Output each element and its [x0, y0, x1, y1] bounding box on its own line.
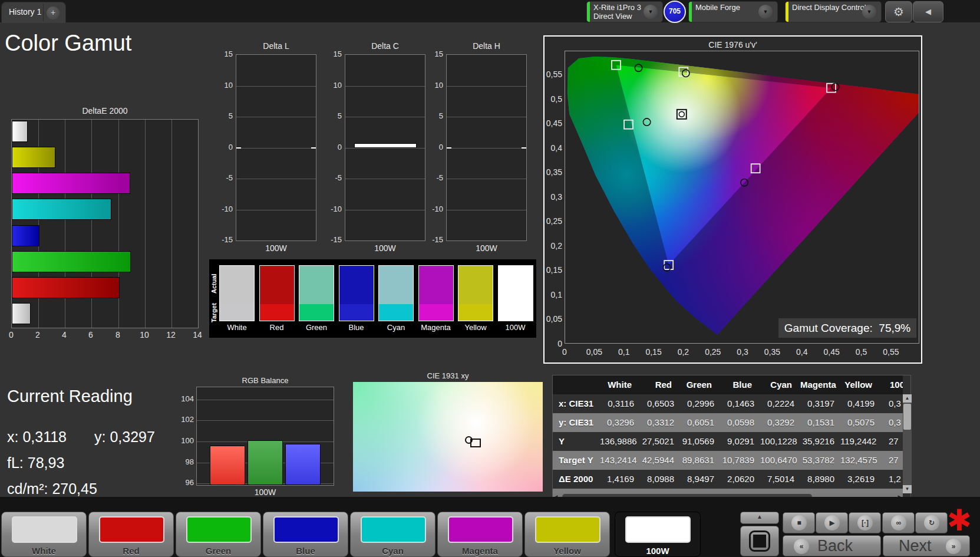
gridline	[447, 210, 526, 210]
tab-history-1[interactable]: History 1 +	[1, 2, 66, 23]
y-tick-label: 0,1	[545, 290, 562, 299]
cell: 0,	[880, 489, 903, 493]
patch-button-label: Yellow	[525, 546, 609, 556]
gridline	[236, 86, 316, 87]
cell: 136,9886	[600, 432, 640, 451]
table-row: ΔE 20001,41698,09888,94972,06207,50148,8…	[553, 470, 903, 489]
gridline	[345, 117, 425, 117]
patch-button-blue[interactable]: Blue	[263, 512, 348, 557]
patch-button-cyan[interactable]: Cyan	[350, 512, 435, 557]
swatch-label: Green	[298, 323, 335, 332]
loop-button[interactable]: ∞	[882, 512, 915, 533]
y-tick-label: 0,3	[545, 192, 562, 202]
y-tick-label: -10	[424, 205, 443, 213]
deltae-bar-cyan	[12, 199, 111, 220]
gridline	[345, 86, 425, 87]
display-control-dropdown[interactable]: Direct Display Control ▼	[785, 1, 882, 22]
gear-icon[interactable]: ⚙	[885, 1, 912, 22]
refresh-button[interactable]: ↻	[915, 512, 948, 533]
chevron-down-icon[interactable]: ▼	[862, 5, 876, 19]
patch-swatch	[12, 516, 77, 543]
gridline	[236, 148, 316, 149]
deltae-bar-magenta	[12, 173, 130, 194]
y-tick-label: 5	[213, 111, 233, 120]
swatch-white	[219, 265, 255, 321]
patch-button-magenta[interactable]: Magenta	[437, 512, 523, 557]
table-vertical-scrollbar[interactable]: ▲ ▼	[903, 394, 912, 493]
back-button[interactable]: «Back	[783, 535, 881, 556]
x-tick-label: 10	[138, 330, 150, 340]
delta_l-chart	[236, 54, 316, 241]
scrollbar-thumb[interactable]	[903, 404, 911, 430]
actual-swatch	[260, 266, 294, 304]
display-name: Direct Display Control	[792, 3, 866, 12]
step-button[interactable]: [·]	[849, 512, 881, 533]
cell: 24,7342	[800, 489, 840, 493]
patch-button-100w[interactable]: 100W	[615, 512, 701, 557]
cell: 0,3296	[600, 413, 640, 432]
gridline	[197, 420, 334, 421]
gridline	[236, 210, 316, 210]
patch-button-label: Red	[89, 546, 173, 556]
target-swatch	[339, 304, 374, 321]
top-bar: History 1 + X-Rite i1Pro 3 Direct View ▼…	[0, 0, 980, 22]
patch-window-up-button[interactable]: ▲	[740, 512, 779, 524]
y-tick-label: -10	[322, 205, 342, 213]
gridline	[145, 120, 146, 328]
patch-button-red[interactable]: Red	[88, 512, 174, 557]
cell: 2,0620	[720, 470, 760, 489]
patch-swatch	[625, 516, 691, 543]
delta-bar-zero	[522, 147, 526, 149]
patch-window-button[interactable]	[740, 526, 779, 556]
cell: 119,2442	[840, 432, 880, 451]
x-tick-label: 0,1	[613, 347, 635, 357]
meter-badge[interactable]: 705	[664, 1, 686, 23]
next-button[interactable]: Next»	[883, 535, 970, 556]
new-tab-button[interactable]: +	[47, 6, 60, 19]
cell: 100,6470	[760, 451, 800, 470]
gridline	[447, 117, 526, 117]
x-tick-label: 0,45	[821, 347, 842, 357]
actual-swatch	[339, 266, 374, 304]
deltae-bar-yellow	[12, 147, 55, 168]
table-row: Target Y143,241442,594489,863110,7839100…	[553, 451, 903, 470]
y-tick-label: 15	[322, 50, 342, 58]
cell: 0,6051	[680, 413, 720, 432]
cell: 0,3197	[800, 394, 840, 413]
patch-button-white[interactable]: White	[1, 512, 87, 557]
actual-swatch	[220, 266, 254, 304]
x-tick-label: 12	[165, 330, 177, 340]
back-chevrons-icon: «	[794, 539, 809, 554]
patch-button-green[interactable]: Green	[176, 512, 261, 557]
stop-button[interactable]: ■	[783, 512, 815, 533]
x-tick-label: 4	[58, 330, 70, 340]
chevron-down-icon[interactable]: ▼	[758, 5, 773, 19]
delta_l-title: Delta L	[236, 41, 316, 51]
cie1976-panel: CIE 1976 u'v'	[543, 35, 922, 364]
deltae-bar-white	[12, 303, 31, 324]
reading-x: x: 0,3118	[7, 429, 67, 446]
chevron-down-icon[interactable]: ▼	[644, 5, 658, 19]
scroll-up-icon[interactable]: ▲	[903, 394, 912, 403]
source-dropdown[interactable]: Mobile Forge ▼	[688, 1, 778, 22]
patch-swatch	[99, 516, 164, 543]
y-tick-label: 0,4	[545, 143, 562, 153]
collapse-panel-icon[interactable]: ◀	[913, 1, 943, 22]
refresh-icon: ↻	[924, 515, 939, 530]
x-tick-label: 0,25	[702, 347, 724, 357]
y-tick-label: 10	[213, 81, 233, 90]
cell: 3,2619	[840, 470, 880, 489]
y-tick-label: 0,45	[545, 118, 562, 128]
deltae2000-chart	[11, 119, 199, 328]
play-button[interactable]: ▶	[816, 512, 848, 533]
swatch-cyan	[378, 265, 414, 321]
swatch-yellow	[458, 265, 493, 321]
scroll-down-icon[interactable]: ▼	[903, 485, 912, 493]
target-point-marker	[470, 439, 481, 447]
meter-dropdown[interactable]: X-Rite i1Pro 3 Direct View ▼	[586, 1, 663, 22]
tab-divider	[43, 4, 44, 21]
y-tick-label: 10	[322, 81, 342, 90]
patch-button-yellow[interactable]: Yellow	[524, 512, 610, 557]
gridline	[345, 148, 425, 149]
actual-swatch	[499, 266, 533, 304]
